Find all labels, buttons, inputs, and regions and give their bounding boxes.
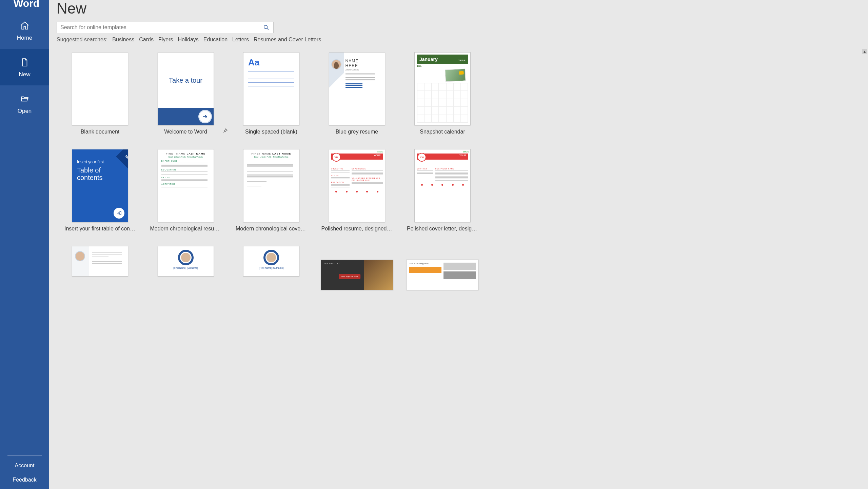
photo-icon xyxy=(445,68,466,82)
search-input[interactable] xyxy=(60,24,262,30)
template-thumb: MOO YOUR YN CONTACT RECIPIENT NAME xyxy=(414,149,471,222)
last-name: LAST NAME xyxy=(272,152,291,155)
template-caption: Modern chronological resume xyxy=(150,226,221,232)
tour-text: Take a tour xyxy=(158,53,214,108)
search-icon[interactable] xyxy=(262,24,270,31)
template-thumb: FIRST NAME LAST NAME Email · LinkedIn Pr… xyxy=(158,149,214,222)
calendar-month: January xyxy=(419,57,438,62)
suggested-searches: Suggested searches: Business Cards Flyer… xyxy=(49,35,868,43)
template-tile-polished-cover[interactable]: MOO YOUR YN CONTACT RECIPIENT NAME xyxy=(402,149,483,232)
section-head: EDUCATION xyxy=(161,169,210,171)
template-thumb: NAME HERE JOB TITLE HERE xyxy=(329,52,385,125)
name-placeholder: [First Name] [Surname] xyxy=(259,267,283,269)
sidebar-link-feedback[interactable]: Feedback xyxy=(0,473,49,487)
sidebar-item-open[interactable]: Open xyxy=(0,85,49,122)
arrow-doc-icon xyxy=(114,208,124,219)
template-tile[interactable]: Title or Heading Here xyxy=(402,246,483,290)
suggested-item[interactable]: Resumes and Cover Letters xyxy=(254,37,321,43)
section-head: SKILLS xyxy=(161,177,210,179)
moo-logo: MOO xyxy=(463,151,469,153)
suggested-item[interactable]: Letters xyxy=(232,37,249,43)
quote-button: TYPE A QUOTE HERE xyxy=(339,274,360,279)
initials-badge: YN xyxy=(417,153,426,162)
template-caption: Snapshot calendar xyxy=(420,129,465,135)
template-thumb: JanuaryYEAR Title xyxy=(414,52,471,125)
your-label: YOUR xyxy=(374,154,380,157)
sidebar-item-label: Home xyxy=(17,35,32,41)
template-tile-chron-cover[interactable]: FIRST NAME LAST NAME Email · LinkedIn Pr… xyxy=(231,149,312,232)
template-caption: Single spaced (blank) xyxy=(245,129,297,135)
template-tile-blank[interactable]: Blank document xyxy=(59,52,141,135)
avatar-icon xyxy=(331,59,341,69)
template-tile-welcome[interactable]: Take a tour ➔ Welcome to Word xyxy=(145,52,226,135)
heading: Title or Heading Here xyxy=(409,263,441,265)
sidebar-nav: Home New Open xyxy=(0,12,49,122)
suggested-item[interactable]: Education xyxy=(203,37,228,43)
app-root: Word Home New Open xyxy=(0,0,868,489)
main-area: New Suggested searches: Business Cards F… xyxy=(49,0,868,489)
template-thumb xyxy=(72,52,128,125)
pin-icon[interactable] xyxy=(222,128,229,134)
suggested-item[interactable]: Business xyxy=(112,37,134,43)
calendar-title: Title xyxy=(417,65,468,68)
folder-open-icon xyxy=(19,93,31,105)
sidebar-item-new[interactable]: New xyxy=(0,49,49,85)
avatar-icon xyxy=(75,251,85,261)
arrow-right-icon: ➔ xyxy=(199,111,211,122)
template-caption: Insert your first table of contents xyxy=(64,226,136,232)
section-head: ACTIVITIES xyxy=(161,183,210,185)
template-thumb: Take a tour ➔ xyxy=(158,52,214,125)
template-thumb: Aa xyxy=(243,52,299,125)
suggested-item[interactable]: Holidays xyxy=(178,37,199,43)
avatar-ring-icon xyxy=(178,250,194,265)
template-gallery: Blank document Take a tour ➔ Welcome to … xyxy=(49,49,868,489)
resume-name: NAME xyxy=(346,59,382,63)
app-brand: Word xyxy=(0,0,49,12)
suggested-item[interactable]: Flyers xyxy=(158,37,173,43)
template-tile-snapshot-calendar[interactable]: JanuaryYEAR Title xyxy=(402,52,483,135)
first-name: FIRST NAME xyxy=(166,152,185,155)
last-name: LAST NAME xyxy=(186,152,205,155)
document-icon xyxy=(19,56,31,68)
template-thumb: [First Name] [Surname] xyxy=(158,246,214,277)
suggested-item[interactable]: Cards xyxy=(139,37,154,43)
scroll-up-icon[interactable]: ▲ xyxy=(862,49,867,54)
template-grid: Blank document Take a tour ➔ Welcome to … xyxy=(59,52,483,290)
template-tile-chron-resume[interactable]: FIRST NAME LAST NAME Email · LinkedIn Pr… xyxy=(145,149,226,232)
template-tile[interactable]: [First Name] [Surname] xyxy=(145,246,226,290)
svg-rect-2 xyxy=(120,212,121,215)
sidebar-item-label: New xyxy=(19,71,30,78)
toc-line: Insert your first xyxy=(77,160,123,164)
aa-text: Aa xyxy=(248,57,294,68)
toc-line: Table of xyxy=(77,166,123,174)
name-placeholder: [First Name] [Surname] xyxy=(173,267,198,269)
section-head: EXPERIENCE xyxy=(161,160,210,162)
search-box[interactable] xyxy=(57,22,274,33)
avatar-ring-icon xyxy=(263,250,279,265)
template-caption: Blank document xyxy=(81,129,120,135)
scroll-track[interactable] xyxy=(862,54,867,489)
template-caption: Polished resume, designed by MOO xyxy=(321,226,393,232)
template-thumb: MOO YOUR YN OBJECTIVE SKILLS EDUCATION xyxy=(329,149,385,222)
template-tile[interactable]: HEADLINE TITLE TYPE A QUOTE HERE xyxy=(316,246,398,290)
template-tile-single-spaced[interactable]: Aa Single spaced (blank) xyxy=(231,52,312,135)
template-thumb xyxy=(72,246,128,277)
scrollbar[interactable]: ▲ xyxy=(862,49,867,489)
sidebar-item-label: Open xyxy=(18,108,32,115)
resume-name: HERE xyxy=(346,63,382,68)
template-thumb: [First Name] [Surname] xyxy=(243,246,299,277)
sidebar-link-account[interactable]: Account xyxy=(0,459,49,473)
template-tile-blue-grey-resume[interactable]: NAME HERE JOB TITLE HERE Blue grey resum… xyxy=(316,52,398,135)
your-label: YOUR xyxy=(459,154,466,157)
template-tile[interactable] xyxy=(59,246,141,290)
template-gallery-scroll[interactable]: Blank document Take a tour ➔ Welcome to … xyxy=(49,49,862,489)
sidebar-separator xyxy=(7,455,42,456)
template-tile[interactable]: [First Name] [Surname] xyxy=(231,246,312,290)
template-tile-polished-resume[interactable]: MOO YOUR YN OBJECTIVE SKILLS EDUCATION xyxy=(316,149,398,232)
sidebar-item-home[interactable]: Home xyxy=(0,12,49,49)
template-thumb: FIRST NAME LAST NAME Email · LinkedIn Pr… xyxy=(243,149,299,222)
template-caption: Modern chronological cover letter xyxy=(236,226,307,232)
template-caption: Polished cover letter, designed by MOO xyxy=(407,226,478,232)
template-thumb: Insert your first Table of contents xyxy=(72,149,128,222)
template-tile-toc[interactable]: Insert your first Table of contents Inse… xyxy=(59,149,141,232)
